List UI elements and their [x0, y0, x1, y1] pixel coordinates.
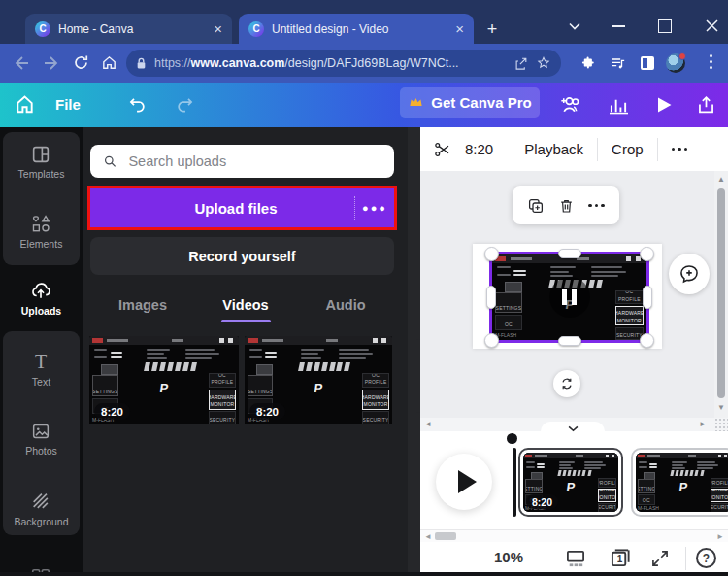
element-more-options-icon[interactable]: [588, 204, 605, 208]
timeline-clip-2[interactable]: SETTINGS OC OC PROFILE HARDWARE MONITOR …: [631, 448, 728, 517]
templates-icon[interactable]: [30, 144, 51, 165]
scroll-left-arrow-icon[interactable]: ◄: [424, 533, 432, 541]
uploaded-video-thumbnail-2[interactable]: SETTINGS OC OC PROFILE HARDWARE MONITOR …: [245, 336, 392, 424]
redo-icon[interactable]: [175, 95, 195, 116]
playback-menu[interactable]: Playback: [524, 141, 583, 157]
pages-icon[interactable]: 1: [610, 548, 632, 568]
delete-trash-icon[interactable]: [558, 197, 575, 215]
upload-more-options-icon[interactable]: ●●●: [355, 202, 394, 214]
page-number: 1: [613, 554, 626, 564]
elements-icon[interactable]: [30, 213, 51, 234]
search-uploads-input[interactable]: [126, 152, 381, 170]
bios-menu-oc-profile: OC PROFILE: [209, 373, 236, 388]
tab-images[interactable]: Images: [114, 297, 172, 317]
share-page-icon[interactable]: [513, 56, 528, 71]
vertical-scroll-thumb[interactable]: [717, 188, 725, 398]
more-options-icon[interactable]: [672, 148, 688, 152]
canvas-vertical-scrollbar[interactable]: ▲ ▼: [714, 171, 728, 418]
zoom-level[interactable]: 10%: [485, 549, 532, 565]
scroll-right-arrow-icon[interactable]: ►: [699, 421, 707, 428]
tab-close-icon[interactable]: ×: [455, 21, 464, 36]
upload-files-button[interactable]: Upload files ●●●: [90, 188, 394, 227]
sidebar-item-uploads[interactable]: Uploads: [0, 305, 83, 317]
scrollbar-corner-grip: [714, 418, 728, 431]
trim-duration[interactable]: 8:20: [465, 141, 493, 157]
present-play-icon[interactable]: [655, 96, 673, 114]
timeline-play-button[interactable]: [436, 454, 492, 510]
back-icon[interactable]: [14, 55, 30, 71]
minimize-button[interactable]: [612, 25, 625, 27]
reload-icon[interactable]: [73, 54, 89, 71]
share-export-icon[interactable]: [696, 94, 716, 116]
insights-chart-icon[interactable]: [609, 96, 629, 115]
resize-handle-bottom-left[interactable]: [484, 333, 499, 348]
photos-icon[interactable]: [30, 421, 51, 442]
playhead-marker[interactable]: [507, 433, 517, 444]
tab-close-icon[interactable]: ×: [214, 21, 222, 36]
tab-audio[interactable]: Audio: [316, 297, 375, 317]
scroll-right-arrow-icon[interactable]: ►: [716, 533, 724, 541]
resize-handle-top-right[interactable]: [640, 247, 654, 261]
new-tab-button[interactable]: +: [482, 19, 502, 39]
browser-home-icon[interactable]: [101, 54, 117, 71]
resize-handle-bottom[interactable]: [558, 336, 581, 346]
sidebar-item-elements[interactable]: Elements: [0, 238, 83, 250]
bios-menu-oc-profile: OC PROFILE: [615, 290, 644, 304]
selected-video-element[interactable]: SETTINGS OC OC PROFILE HARDWARE MONITOR …: [489, 252, 649, 343]
bios-center-logo: P: [678, 480, 689, 494]
profile-avatar[interactable]: [666, 53, 685, 73]
invite-members-icon[interactable]: [557, 93, 583, 117]
trim-scissors-icon[interactable]: [434, 141, 451, 158]
scroll-up-arrow-icon[interactable]: ▲: [717, 176, 725, 184]
bios-menu-hardware-monitor: HARDWARE MONITOR: [598, 489, 616, 503]
undo-icon[interactable]: [127, 95, 148, 116]
sidebar-item-text[interactable]: Text: [0, 376, 83, 388]
scroll-left-arrow-icon[interactable]: ◄: [424, 421, 432, 428]
browser-tab-home[interactable]: C Home - Canva ×: [25, 14, 232, 44]
playhead-bar[interactable]: [513, 448, 516, 517]
browser-tab-untitled-design[interactable]: C Untitled design - Video ×: [239, 14, 474, 44]
rotate-element-button[interactable]: [553, 370, 580, 397]
resize-handle-right[interactable]: [643, 286, 652, 309]
timeline-clip-1-selected[interactable]: SETTINGS OC OC PROFILE HARDWARE MONITOR …: [518, 448, 623, 517]
maximize-button[interactable]: [658, 19, 672, 33]
playlist-extension-icon[interactable]: [610, 55, 626, 71]
get-canva-pro-button[interactable]: Get Canva Pro: [400, 87, 540, 118]
grid-view-icon[interactable]: [565, 550, 586, 567]
bios-menu-hardware-monitor: HARDWARE MONITOR: [209, 390, 236, 410]
timeline-horizontal-scrollbar[interactable]: ◄ ►: [420, 529, 728, 542]
horizontal-scroll-thumb[interactable]: [435, 532, 456, 540]
fullscreen-expand-icon[interactable]: [650, 549, 670, 568]
search-uploads-box[interactable]: [90, 145, 394, 178]
add-comment-button[interactable]: [669, 254, 710, 294]
address-bar[interactable]: https://www.canva.com/design/DAFJd69BLag…: [126, 50, 561, 77]
sidebar-item-templates[interactable]: Templates: [0, 168, 83, 180]
crop-menu[interactable]: Crop: [612, 141, 644, 157]
tab-videos[interactable]: Videos: [216, 297, 275, 317]
sidebar-item-background[interactable]: Background: [0, 516, 83, 527]
browser-menu-kebab-icon[interactable]: [710, 54, 712, 72]
sidebar-item-photos[interactable]: Photos: [0, 445, 83, 457]
canva-home-icon[interactable]: [14, 93, 36, 116]
text-icon[interactable]: T: [30, 351, 51, 372]
forward-icon[interactable]: [43, 55, 59, 71]
uploads-icon[interactable]: [30, 280, 51, 301]
extensions-puzzle-icon[interactable]: [580, 55, 595, 70]
resize-handle-top-left[interactable]: [484, 247, 499, 261]
close-window-button[interactable]: [705, 18, 719, 33]
side-panel-extension-icon[interactable]: [641, 56, 654, 70]
duplicate-icon[interactable]: [527, 197, 545, 215]
collapse-timeline-handle[interactable]: [541, 422, 605, 435]
help-button[interactable]: ?: [696, 548, 716, 568]
record-yourself-button[interactable]: Record yourself: [90, 237, 394, 275]
file-menu[interactable]: File: [55, 96, 81, 113]
resize-handle-top[interactable]: [558, 249, 581, 258]
background-icon[interactable]: [30, 491, 51, 512]
resize-handle-left[interactable]: [486, 286, 496, 309]
uploaded-video-thumbnail-1[interactable]: SETTINGS OC OC PROFILE HARDWARE MONITOR …: [89, 336, 239, 424]
bookmark-star-icon[interactable]: [536, 55, 551, 71]
tab-search-chevron-icon[interactable]: [567, 19, 582, 33]
scroll-down-arrow-icon[interactable]: ▼: [717, 404, 725, 412]
resize-handle-bottom-right[interactable]: [640, 333, 654, 348]
lock-icon: [136, 57, 147, 70]
